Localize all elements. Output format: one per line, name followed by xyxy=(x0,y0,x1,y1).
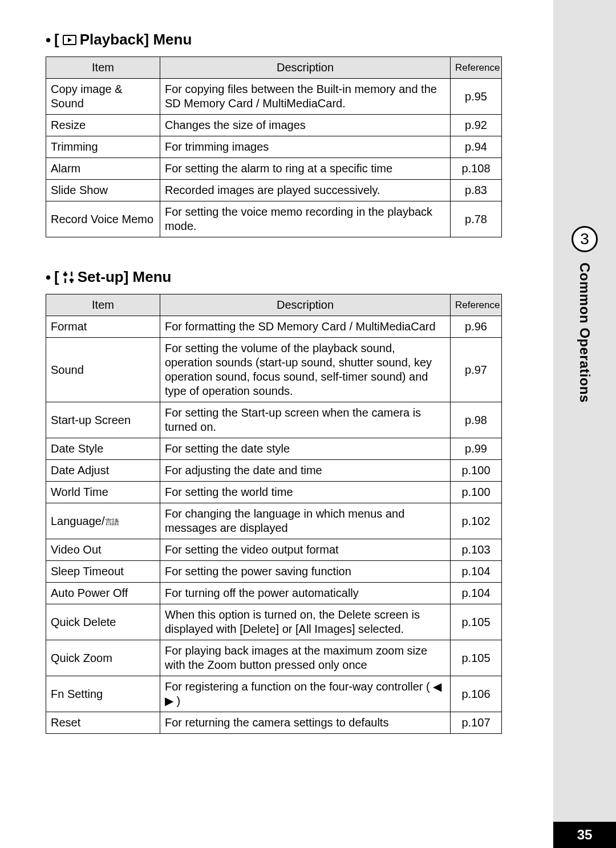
table-row: AlarmFor setting the alarm to ring at a … xyxy=(46,158,502,180)
cell-description: For changing the language in which menus… xyxy=(160,503,451,539)
playback-section: • [ Playback] Menu Item Description Refe… xyxy=(46,31,502,237)
cell-reference: p.103 xyxy=(451,539,502,561)
svg-rect-3 xyxy=(71,272,72,276)
col-item: Item xyxy=(46,294,160,316)
col-description: Description xyxy=(160,294,451,316)
cell-item: Date Style xyxy=(46,438,160,460)
cell-reference: p.108 xyxy=(451,158,502,180)
svg-rect-6 xyxy=(63,273,67,276)
cell-description: For turning off the power automatically xyxy=(160,583,451,604)
table-row: Copy image & SoundFor copying files betw… xyxy=(46,79,502,115)
cell-description: When this option is turned on, the Delet… xyxy=(160,604,451,640)
cell-reference: p.99 xyxy=(451,438,502,460)
cell-reference: p.83 xyxy=(451,180,502,201)
table-row: Language/言語For changing the language in … xyxy=(46,503,502,539)
cell-description: For setting the video output format xyxy=(160,539,451,561)
playback-heading-text: Playback] Menu xyxy=(80,31,192,49)
cell-description: For formatting the SD Memory Card / Mult… xyxy=(160,316,451,338)
col-reference: Reference xyxy=(451,294,502,316)
cell-item: Date Adjust xyxy=(46,460,160,482)
col-reference: Reference xyxy=(451,57,502,79)
chapter-number: 3 xyxy=(580,230,589,248)
cell-description: For copying files between the Built-in m… xyxy=(160,79,451,115)
playback-table: Item Description Reference Copy image & … xyxy=(46,56,502,237)
setup-heading-text: Set-up] Menu xyxy=(78,268,172,286)
page-number: 35 xyxy=(577,827,593,843)
cell-item: Sleep Timeout xyxy=(46,561,160,583)
cell-description: For setting the volume of the playback s… xyxy=(160,338,451,402)
right-margin-strip: 3 Common Operations 35 xyxy=(553,0,616,848)
cell-item: Slide Show xyxy=(46,180,160,201)
cell-reference: p.100 xyxy=(451,460,502,482)
svg-marker-1 xyxy=(68,38,72,42)
cell-item: Format xyxy=(46,316,160,338)
cell-reference: p.98 xyxy=(451,402,502,438)
playback-icon xyxy=(63,35,76,45)
setup-table: Item Description Reference FormatFor for… xyxy=(46,294,502,734)
cell-reference: p.107 xyxy=(451,712,502,734)
table-row: Sleep TimeoutFor setting the power savin… xyxy=(46,561,502,583)
cell-item: Auto Power Off xyxy=(46,583,160,604)
cell-item: Alarm xyxy=(46,158,160,180)
table-row: Slide ShowRecorded images are played suc… xyxy=(46,180,502,201)
table-row: SoundFor setting the volume of the playb… xyxy=(46,338,502,402)
table-row: FormatFor formatting the SD Memory Card … xyxy=(46,316,502,338)
cell-reference: p.105 xyxy=(451,640,502,676)
cell-description: For setting the power saving function xyxy=(160,561,451,583)
cell-description: For trimming images xyxy=(160,136,451,158)
cell-reference: p.97 xyxy=(451,338,502,402)
cell-reference: p.104 xyxy=(451,583,502,604)
table-row: Record Voice MemoFor setting the voice m… xyxy=(46,201,502,237)
cell-reference: p.95 xyxy=(451,79,502,115)
cell-reference: p.105 xyxy=(451,604,502,640)
cell-reference: p.94 xyxy=(451,136,502,158)
cell-description: For setting the Start-up screen when the… xyxy=(160,402,451,438)
cell-reference: p.106 xyxy=(451,676,502,712)
cell-item: Sound xyxy=(46,338,160,402)
chapter-badge: 3 xyxy=(572,226,598,252)
cell-description: For setting the alarm to ring at a speci… xyxy=(160,158,451,180)
setup-icon xyxy=(63,271,74,284)
cell-item: Start-up Screen xyxy=(46,402,160,438)
cell-item: Quick Delete xyxy=(46,604,160,640)
table-row: Video OutFor setting the video output fo… xyxy=(46,539,502,561)
svg-rect-7 xyxy=(70,279,74,281)
cell-item: Video Out xyxy=(46,539,160,561)
table-row: Date AdjustFor adjusting the date and ti… xyxy=(46,460,502,482)
cell-item: Trimming xyxy=(46,136,160,158)
bullet-icon: • xyxy=(46,270,51,285)
table-row: Start-up ScreenFor setting the Start-up … xyxy=(46,402,502,438)
table-row: ResetFor returning the camera settings t… xyxy=(46,712,502,734)
page-content: • [ Playback] Menu Item Description Refe… xyxy=(46,31,502,734)
cell-description: For setting the world time xyxy=(160,482,451,503)
table-row: ResizeChanges the size of imagesp.92 xyxy=(46,115,502,136)
cell-reference: p.104 xyxy=(451,561,502,583)
cell-item: Reset xyxy=(46,712,160,734)
cell-description: For returning the camera settings to def… xyxy=(160,712,451,734)
svg-rect-4 xyxy=(64,278,66,283)
cell-item: Resize xyxy=(46,115,160,136)
cell-item: Language/言語 xyxy=(46,503,160,539)
cell-description: For playing back images at the maximum z… xyxy=(160,640,451,676)
open-bracket: [ xyxy=(54,268,59,286)
cell-item: Copy image & Sound xyxy=(46,79,160,115)
table-row: Auto Power OffFor turning off the power … xyxy=(46,583,502,604)
table-header-row: Item Description Reference xyxy=(46,294,502,316)
cell-item: World Time xyxy=(46,482,160,503)
table-row: World TimeFor setting the world timep.10… xyxy=(46,482,502,503)
open-bracket: [ xyxy=(54,31,59,49)
table-row: Date StyleFor setting the date stylep.99 xyxy=(46,438,502,460)
page-number-tab: 35 xyxy=(553,822,616,848)
cell-reference: p.96 xyxy=(451,316,502,338)
cell-reference: p.78 xyxy=(451,201,502,237)
cell-description: For setting the date style xyxy=(160,438,451,460)
cell-description: For registering a function on the four-w… xyxy=(160,676,451,712)
col-description: Description xyxy=(160,57,451,79)
section-title-vertical: Common Operations xyxy=(577,263,593,403)
cell-description: Recorded images are played successively. xyxy=(160,180,451,201)
col-item: Item xyxy=(46,57,160,79)
cell-description: For adjusting the date and time xyxy=(160,460,451,482)
bullet-icon: • xyxy=(46,33,51,47)
table-row: Quick DeleteWhen this option is turned o… xyxy=(46,604,502,640)
cell-description: For setting the voice memo recording in … xyxy=(160,201,451,237)
